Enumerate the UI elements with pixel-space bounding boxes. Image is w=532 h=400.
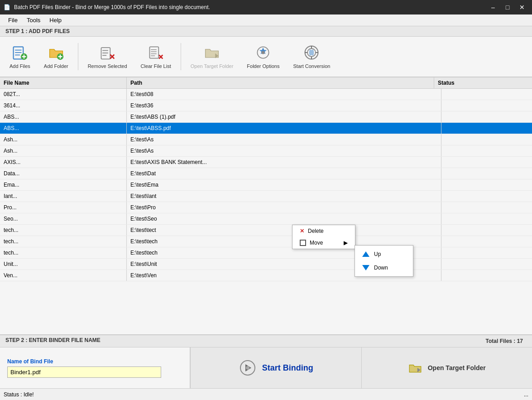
table-row[interactable]: 3614... E:\test\36	[0, 100, 532, 111]
step1-header: STEP 1 : ADD PDF FILES	[0, 26, 532, 37]
start-binding-label: Start Binding	[262, 363, 313, 373]
table-row[interactable]: Data... E:\test\Dat	[0, 168, 532, 179]
cell-filename: Data...	[0, 168, 127, 179]
cell-path: E:\test\AXIS BANK Statement...	[127, 157, 441, 168]
table-row[interactable]: Pro... E:\test\Pro	[0, 202, 532, 213]
submenu-arrow: ▶	[344, 240, 348, 246]
file-table-body[interactable]: 082T... E:\test\08 3614... E:\test\36 AB…	[0, 89, 532, 334]
cell-path: E:\test\Seo	[127, 213, 441, 224]
start-binding-icon	[239, 359, 257, 377]
cell-path: E:\test\ABSS.pdf	[127, 123, 441, 134]
cell-status	[441, 179, 532, 190]
table-row[interactable]: AXIS... E:\test\AXIS BANK Statement...	[0, 157, 532, 168]
table-row[interactable]: ABS... E:\test\ABSS.pdf	[0, 123, 532, 134]
maximize-button[interactable]: □	[501, 3, 514, 12]
bind-file-input[interactable]	[7, 366, 161, 378]
down-label: Down	[374, 265, 388, 271]
table-row[interactable]: Iant... E:\test\Iant	[0, 191, 532, 202]
toolbar: Add Files Add Folder	[0, 37, 532, 77]
open-target-label: Open Target Folder	[428, 364, 486, 371]
add-files-button[interactable]: Add Files	[4, 39, 36, 75]
file-table-header: File Name Path Status	[0, 77, 532, 89]
cell-status	[441, 123, 532, 134]
table-row[interactable]: Seo... E:\test\Seo	[0, 213, 532, 225]
step2-header: STEP 2 : ENTER BINDER FILE NAME Total Fi…	[0, 335, 532, 347]
table-row[interactable]: Ema... E:\test\Ema	[0, 179, 532, 191]
table-row[interactable]: 082T... E:\test\08	[0, 89, 532, 100]
minimize-button[interactable]: –	[487, 3, 499, 12]
menu-tools[interactable]: Tools	[22, 15, 45, 25]
cell-filename: 3614...	[0, 100, 127, 111]
cell-filename: ABS...	[0, 111, 127, 122]
cell-filename: Ven...	[0, 270, 127, 281]
statusbar: Status : Idle! ...	[0, 388, 532, 400]
cell-path: E:\test\tect	[127, 225, 441, 236]
cell-filename: Iant...	[0, 191, 127, 202]
submenu-up[interactable]: Up	[355, 247, 413, 261]
open-target-folder-label: Open Target Folder	[191, 63, 234, 69]
add-files-icon	[11, 43, 29, 62]
remove-selected-label: Remove Selected	[88, 63, 127, 69]
bind-file-label: Name of Bind File	[7, 358, 182, 365]
submenu: Up Down	[355, 245, 413, 277]
menubar: File Tools Help	[0, 14, 532, 26]
table-row[interactable]: Ven... E:\test\Ven	[0, 270, 532, 281]
cell-status	[441, 157, 532, 168]
add-files-label: Add Files	[10, 63, 30, 69]
table-row[interactable]: Unit... E:\test\Unit	[0, 259, 532, 270]
cell-status	[441, 259, 532, 270]
open-target-icon	[408, 361, 422, 375]
step2-area: STEP 2 : ENTER BINDER FILE NAME Total Fi…	[0, 334, 532, 388]
status-text: Status : Idle!	[4, 391, 34, 398]
table-row[interactable]: tech... E:\test\tech	[0, 247, 532, 259]
menu-help[interactable]: Help	[45, 15, 66, 25]
cell-status	[441, 270, 532, 281]
menu-file[interactable]: File	[4, 15, 22, 25]
cell-path: E:\test\ABS (1).pdf	[127, 111, 441, 122]
cell-filename: tech...	[0, 247, 127, 258]
cell-status	[441, 145, 532, 156]
cell-filename: Ash...	[0, 145, 127, 156]
open-target-button[interactable]: Open Target Folder	[362, 347, 532, 388]
start-conversion-button[interactable]: Start Conversion	[287, 39, 336, 75]
cell-status	[441, 168, 532, 179]
cell-filename: Unit...	[0, 259, 127, 270]
ctx-delete-label: Delete	[308, 228, 324, 234]
titlebar-left: 📄 Batch PDF Files Binder - Bind or Merge…	[4, 4, 210, 10]
cell-filename: Seo...	[0, 213, 127, 224]
cell-path: E:\test\As	[127, 145, 441, 156]
delete-icon: ✕	[300, 228, 304, 234]
arrow-up-icon	[362, 251, 369, 257]
cell-filename: ABS...	[0, 123, 127, 134]
start-binding-button[interactable]: Start Binding	[191, 347, 362, 388]
table-row[interactable]: Ash... E:\test\As	[0, 134, 532, 145]
table-row[interactable]: ABS... E:\test\ABS (1).pdf	[0, 111, 532, 123]
cell-path: E:\test\Dat	[127, 168, 441, 179]
table-row[interactable]: Ash... E:\test\As	[0, 145, 532, 157]
table-row[interactable]: tech... E:\test\tech	[0, 236, 532, 247]
cell-path: E:\test\36	[127, 100, 441, 111]
step2-content: Name of Bind File Start Binding Open Tar…	[0, 347, 532, 388]
cell-path: E:\test\As	[127, 134, 441, 145]
ctx-delete[interactable]: ✕ Delete	[292, 225, 355, 237]
add-folder-button[interactable]: Add Folder	[38, 39, 74, 75]
start-conversion-label: Start Conversion	[293, 63, 330, 69]
separator-1	[78, 43, 78, 70]
cell-status	[441, 213, 532, 224]
file-list-area: File Name Path Status 082T... E:\test\08…	[0, 77, 532, 334]
remove-selected-button[interactable]: Remove Selected	[82, 39, 133, 75]
remove-selected-icon	[98, 43, 116, 62]
header-scroll	[525, 77, 532, 88]
folder-options-button[interactable]: Folder Options	[241, 39, 285, 75]
cell-status	[441, 202, 532, 213]
ctx-move[interactable]: Move ▶	[292, 237, 355, 249]
clear-file-list-button[interactable]: Clear File List	[135, 39, 177, 75]
start-conversion-icon	[302, 43, 321, 62]
table-row[interactable]: tech... E:\test\tect	[0, 225, 532, 236]
cell-filename: 082T...	[0, 89, 127, 100]
submenu-down[interactable]: Down	[355, 261, 413, 275]
cell-path: E:\test\08	[127, 89, 441, 100]
cell-status	[441, 247, 532, 258]
close-button[interactable]: ✕	[516, 3, 528, 12]
titlebar-controls: – □ ✕	[487, 3, 528, 12]
